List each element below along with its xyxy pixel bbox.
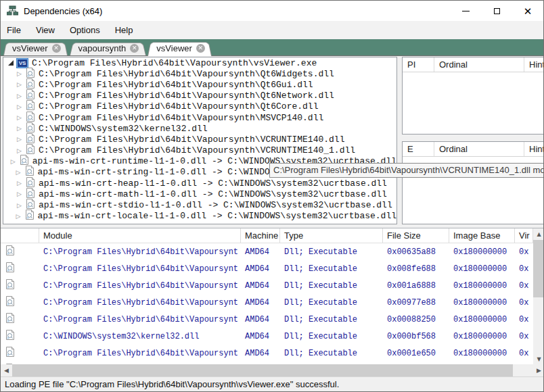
- column-header-e[interactable]: E: [403, 142, 434, 156]
- scroll-left-icon[interactable]: ◀: [1, 364, 12, 376]
- tree-expand-arrow-icon[interactable]: ▷: [17, 81, 26, 88]
- tree-item-label: api-ms-win-crt-math-l1-1-0.dll -> C:\WIN…: [39, 189, 387, 199]
- table-row[interactable]: C:\WINDOWS\system32\kernel32.dllAMD64Dll…: [1, 328, 533, 345]
- tree-item[interactable]: VSC:\Program Files\Hybrid\64bit\Vapoursy…: [3, 57, 396, 68]
- tree-expand-arrow-icon[interactable]: ▷: [17, 180, 26, 187]
- dependency-tree[interactable]: VSC:\Program Files\Hybrid\64bit\Vapoursy…: [3, 57, 397, 224]
- column-header-module[interactable]: Module: [39, 228, 241, 243]
- tree-item-label: api-ms-win-crt-stdio-l1-1-0.dll -> C:\WI…: [39, 200, 392, 210]
- module-icon: [1, 262, 39, 275]
- column-header-hint[interactable]: Hint: [524, 142, 544, 156]
- cell-machine: AMD64: [241, 264, 280, 274]
- close-button[interactable]: ✕: [512, 1, 543, 21]
- column-header-file-size[interactable]: File Size: [383, 228, 449, 243]
- expanded-arrow-icon: [8, 60, 14, 66]
- tree-expand-arrow-icon[interactable]: ▷: [17, 70, 26, 77]
- window-title: Dependencies (x64): [24, 6, 102, 16]
- minimize-icon: [462, 11, 470, 11]
- tree-expand-arrow-icon[interactable]: ▷: [17, 103, 26, 110]
- tab-close-icon[interactable]: ✕: [130, 44, 139, 53]
- menu-item-options[interactable]: Options: [62, 25, 108, 35]
- tree-item[interactable]: ▷C:\WINDOWS\system32\kernel32.dll: [3, 123, 396, 134]
- tree-item[interactable]: ▷api-ms-win-crt-heap-l1-1-0.dll -> C:\WI…: [3, 178, 396, 189]
- column-header-ordinal[interactable]: Ordinal: [434, 57, 524, 72]
- tree-expand-arrow-icon[interactable]: ▷: [17, 125, 26, 132]
- cell-file_size: 0x00088250: [383, 315, 449, 324]
- column-header-image-base[interactable]: Image Base: [449, 228, 515, 243]
- exports-panel[interactable]: EOrdinalHint: [402, 141, 544, 224]
- menu-item-view[interactable]: View: [28, 25, 62, 35]
- table-row[interactable]: C:\Program Files\Hybrid\64bit\Vapoursynt…: [1, 294, 533, 311]
- cell-image_base: 0x180000000: [449, 349, 515, 358]
- column-header-vir[interactable]: Vir: [515, 228, 533, 243]
- column-header-type[interactable]: Type: [280, 228, 383, 243]
- tree-expand-arrow-icon[interactable]: ▷: [11, 158, 20, 165]
- scroll-down-icon[interactable]: ▼: [533, 353, 544, 365]
- tab-label: vsViewer: [156, 43, 192, 53]
- table-row[interactable]: C:\Program Files\Hybrid\64bit\Vapoursynt…: [1, 277, 533, 294]
- tree-expand-arrow-icon[interactable]: ▷: [17, 93, 26, 99]
- tab-vapoursynth-1[interactable]: vapoursynth✕: [70, 41, 146, 55]
- tab-close-icon[interactable]: ✕: [52, 44, 61, 53]
- tree-item[interactable]: ▷api-ms-win-crt-stdio-l1-1-0.dll -> C:\W…: [3, 199, 396, 210]
- cell-type: Dll; Executable: [280, 298, 383, 308]
- tree-collapse-arrow-icon[interactable]: [7, 58, 16, 68]
- tab-close-icon[interactable]: ✕: [196, 44, 205, 53]
- cell-virtual_size: 0x: [515, 247, 533, 257]
- close-icon: ✕: [524, 6, 532, 16]
- tree-item[interactable]: ▷api-ms-win-crt-locale-l1-1-0.dll -> C:\…: [3, 211, 396, 222]
- tab-label: vapoursynth: [78, 43, 127, 53]
- horizontal-scroll-thumb[interactable]: [12, 364, 513, 376]
- minimize-button[interactable]: [450, 1, 481, 21]
- tab-vsviewer-2[interactable]: vsViewer✕: [148, 41, 212, 56]
- vertical-scroll-thumb[interactable]: [533, 240, 544, 297]
- cell-machine: AMD64: [241, 298, 280, 308]
- vertical-scrollbar[interactable]: ▲ ▼: [533, 228, 544, 365]
- window-controls: ✕: [450, 1, 543, 21]
- exports-header: EOrdinalHint: [403, 142, 544, 157]
- column-header-pi[interactable]: PI: [403, 57, 434, 72]
- tree-expand-arrow-icon[interactable]: ▷: [17, 147, 26, 154]
- cell-image_base: 0x180000000: [449, 247, 515, 257]
- tree-expand-arrow-icon[interactable]: ▷: [17, 136, 26, 143]
- tree-expand-arrow-icon[interactable]: ▷: [16, 213, 25, 220]
- tree-item[interactable]: ▷C:\Program Files\Hybrid\64bit\Vapoursyn…: [3, 145, 396, 156]
- column-header-ordinal[interactable]: Ordinal: [434, 142, 524, 156]
- cell-module: C:\Program Files\Hybrid\64bit\Vapoursynt: [39, 315, 241, 324]
- tab-vsviewer-0[interactable]: vsViewer✕: [3, 41, 68, 55]
- parent-imports-panel[interactable]: PIOrdinalHint: [402, 57, 544, 134]
- maximize-button[interactable]: [481, 1, 512, 21]
- table-row[interactable]: C:\Program Files\Hybrid\64bit\Vapoursynt…: [1, 345, 533, 362]
- horizontal-scrollbar[interactable]: ◀ ▶: [1, 364, 544, 376]
- cell-file_size: 0x001a6888: [383, 281, 449, 291]
- tree-item[interactable]: ▷C:\Program Files\Hybrid\64bit\Vapoursyn…: [3, 134, 396, 145]
- menu-item-help[interactable]: Help: [108, 25, 141, 35]
- cell-module: C:\Program Files\Hybrid\64bit\Vapoursynt: [39, 247, 241, 257]
- tab-bar: vsViewer✕vapoursynth✕vsViewer✕: [1, 39, 543, 56]
- tree-item[interactable]: ▷C:\Program Files\Hybrid\64bit\Vapoursyn…: [3, 91, 396, 101]
- tree-item[interactable]: ▷C:\Program Files\Hybrid\64bit\Vapoursyn…: [3, 101, 396, 112]
- tree-item-label: C:\Program Files\Hybrid\64bit\Vapoursynt…: [39, 145, 355, 155]
- tree-expand-arrow-icon[interactable]: ▷: [17, 202, 26, 209]
- tree-item[interactable]: ▷C:\Program Files\Hybrid\64bit\Vapoursyn…: [3, 68, 396, 79]
- cell-image_base: 0x180000000: [449, 264, 515, 274]
- scroll-right-icon[interactable]: ▶: [533, 364, 544, 376]
- column-header-machine[interactable]: Machine: [241, 228, 280, 243]
- cell-image_base: 0x180000000: [449, 315, 515, 324]
- scroll-up-icon[interactable]: ▲: [533, 228, 544, 240]
- tree-expand-arrow-icon[interactable]: ▷: [17, 191, 26, 197]
- menu-item-file[interactable]: File: [1, 25, 28, 35]
- tree-item[interactable]: ▷C:\Program Files\Hybrid\64bit\Vapoursyn…: [3, 79, 396, 90]
- column-header-hint[interactable]: Hint: [524, 57, 544, 72]
- table-row[interactable]: C:\Program Files\Hybrid\64bit\Vapoursynt…: [1, 311, 533, 328]
- table-row[interactable]: C:\Program Files\Hybrid\64bit\Vapoursynt…: [1, 260, 533, 277]
- table-row[interactable]: C:\Program Files\Hybrid\64bit\Vapoursynt…: [1, 243, 533, 260]
- cell-machine: AMD64: [241, 247, 280, 257]
- tree-expand-arrow-icon[interactable]: ▷: [17, 114, 26, 121]
- cell-virtual_size: 0x: [515, 332, 533, 341]
- tree-expand-arrow-icon[interactable]: ▷: [16, 169, 25, 176]
- tree-item[interactable]: ▷api-ms-win-crt-math-l1-1-0.dll -> C:\WI…: [3, 189, 396, 199]
- modules-table[interactable]: ModuleMachineTypeFile SizeImage BaseVir …: [1, 228, 544, 364]
- tree-item[interactable]: ▷C:\Program Files\Hybrid\64bit\Vapoursyn…: [3, 112, 396, 123]
- column-header-icon[interactable]: [1, 228, 39, 243]
